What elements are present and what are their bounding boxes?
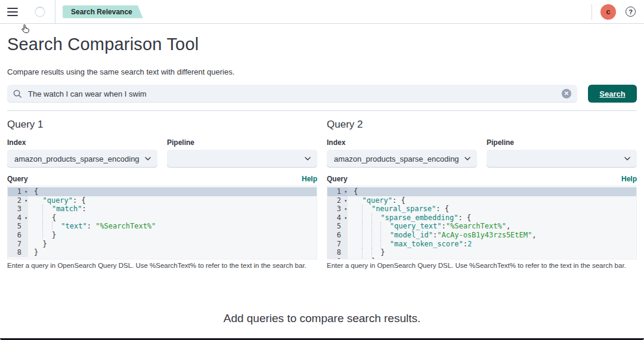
chevron-down-icon (144, 155, 151, 162)
index-label: Index (327, 138, 477, 147)
empty-results-message: Add queries to compare search results. (0, 312, 644, 325)
search-icon (13, 89, 22, 98)
chevron-down-icon (624, 155, 631, 162)
chevron-down-icon (464, 155, 471, 162)
page-title: Search Comparison Tool (7, 35, 637, 54)
breadcrumb[interactable]: Search Relevance (63, 5, 143, 18)
search-input[interactable] (28, 89, 562, 98)
chevron-down-icon (304, 155, 311, 162)
panel-title: Query 2 (327, 119, 637, 131)
help-link[interactable]: Help (621, 175, 637, 183)
help-circle-icon[interactable]: ? (626, 7, 636, 17)
query-label: Query (7, 175, 28, 183)
query-panels: Query 1 Index amazon_products_sparse_enc… (0, 111, 644, 269)
pipeline-select[interactable] (487, 150, 637, 168)
index-label: Index (7, 138, 157, 147)
pipeline-select[interactable] (167, 150, 317, 168)
search-button[interactable]: Search (588, 85, 637, 103)
top-nav-bar: Search Relevance c ? (0, 0, 644, 24)
help-link[interactable]: Help (302, 175, 317, 183)
query-editor[interactable]: 1▾{2▾ "query": {3 "match":4▾ {5 "text": … (7, 186, 317, 259)
loading-spinner-icon (35, 7, 45, 17)
query-hint: Enter a query in OpenSearch Query DSL. U… (7, 262, 317, 269)
index-select[interactable]: amazon_products_sparse_encoding (327, 150, 477, 168)
header-divider (55, 0, 55, 23)
query-hint: Enter a query in OpenSearch Query DSL. U… (327, 262, 637, 269)
panel-title: Query 1 (7, 119, 317, 131)
app-window: Search Relevance c ? Search Comparison T… (0, 0, 644, 340)
index-select-value: amazon_products_sparse_encoding (14, 154, 144, 163)
clear-search-icon[interactable]: ✕ (562, 89, 571, 98)
pipeline-label: Pipeline (487, 138, 637, 147)
pipeline-label: Pipeline (167, 138, 317, 147)
page-subtitle: Compare results using the same search te… (7, 67, 637, 76)
query-editor[interactable]: 1▾{2▾ "query": {3▾ "neural_sparse": {4▾ … (327, 186, 637, 259)
query-2-panel: Query 2 Index amazon_products_sparse_enc… (327, 119, 637, 269)
index-select[interactable]: amazon_products_sparse_encoding (7, 150, 157, 168)
mouse-cursor (21, 24, 29, 33)
search-row: ✕ Search (7, 85, 637, 103)
query-1-panel: Query 1 Index amazon_products_sparse_enc… (7, 119, 317, 269)
avatar[interactable]: c (600, 4, 616, 20)
index-select-value: amazon_products_sparse_encoding (334, 154, 464, 163)
search-box[interactable]: ✕ (7, 85, 577, 103)
menu-icon[interactable] (7, 8, 18, 16)
header-divider (592, 4, 592, 20)
query-label: Query (327, 175, 348, 183)
